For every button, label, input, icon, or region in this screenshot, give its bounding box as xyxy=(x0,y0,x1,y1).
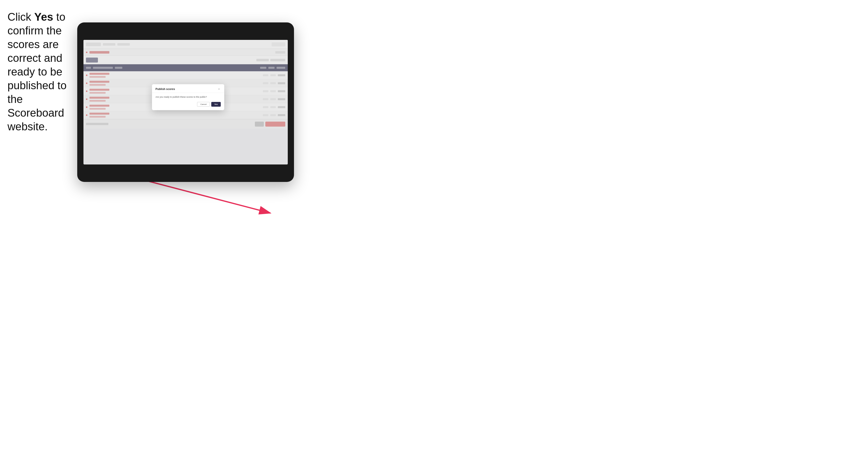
instruction-text: Click Yes to confirm the scores are corr… xyxy=(7,10,77,133)
modal-actions: Cancel Yes xyxy=(155,102,221,107)
modal-overlay: Publish scores × Are you ready to publis… xyxy=(84,40,288,164)
tablet-frame: Publish scores × Are you ready to publis… xyxy=(77,23,294,182)
modal-header: Publish scores × xyxy=(152,84,224,93)
instruction-bold: Yes xyxy=(34,11,53,23)
modal-message: Are you ready to publish these scores to… xyxy=(155,95,221,99)
instruction-suffix: to confirm the scores are correct and re… xyxy=(7,11,66,132)
instruction-prefix: Click xyxy=(7,11,34,23)
modal-title: Publish scores xyxy=(155,88,175,90)
publish-scores-dialog: Publish scores × Are you ready to publis… xyxy=(152,84,224,111)
svg-line-1 xyxy=(132,177,270,213)
modal-close-button[interactable]: × xyxy=(217,87,221,91)
modal-body: Are you ready to publish these scores to… xyxy=(152,93,224,111)
tablet-screen: Publish scores × Are you ready to publis… xyxy=(84,40,288,164)
modal-cancel-button[interactable]: Cancel xyxy=(197,102,210,107)
modal-yes-button[interactable]: Yes xyxy=(211,102,221,107)
